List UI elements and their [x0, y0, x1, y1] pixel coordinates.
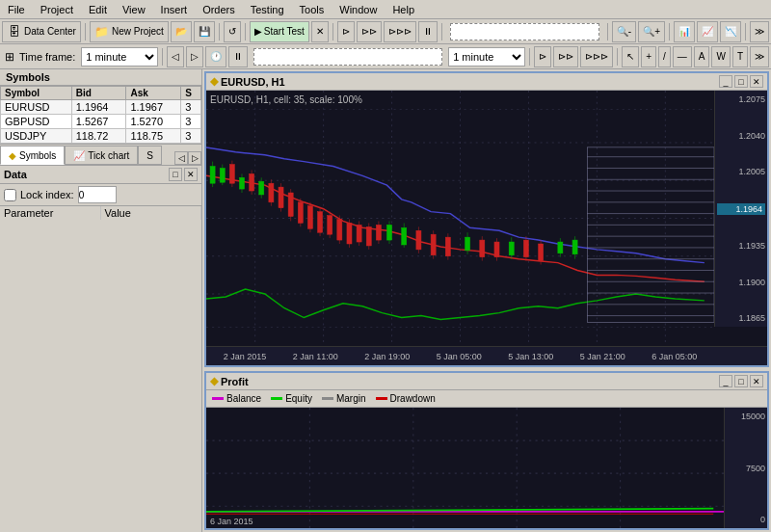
table-row[interactable]: EURUSD 1.1964 1.1967 3	[1, 100, 201, 115]
chart-main-title: ◆ EURUSD, H1	[210, 75, 285, 88]
cursor-btn[interactable]: ↖	[622, 46, 639, 67]
T-btn[interactable]: T	[732, 46, 748, 67]
W-btn[interactable]: W	[711, 46, 730, 67]
menu-file[interactable]: File	[0, 2, 33, 17]
profit-title-icon: ◆	[210, 375, 218, 387]
chart-main-body[interactable]: EURUSD, H1, cell: 35, scale: 100%	[206, 91, 767, 346]
chart-main-window: ◆ EURUSD, H1 _ □ ✕ EURUSD, H1, cell: 35,…	[204, 71, 769, 367]
more-btn2[interactable]: ≫	[750, 46, 769, 67]
chart-info-text: EURUSD, H1, cell: 35, scale: 100%	[210, 94, 362, 105]
margin-color	[322, 397, 333, 400]
btn-zoom-in[interactable]: 🔍+	[638, 21, 665, 42]
timeframe-select2[interactable]: 1 minute	[448, 47, 525, 66]
tab-symbols[interactable]: ◆ Symbols	[0, 146, 65, 165]
cell-symbol: USDJPY	[1, 129, 72, 144]
sep-tf2	[529, 48, 530, 66]
lock-checkbox[interactable]	[4, 189, 16, 201]
cell-s: 3	[181, 100, 201, 115]
table-row[interactable]: USDJPY 118.72 118.75 3	[1, 129, 201, 144]
profit-body[interactable]: 15000 7500 0 6 Jan 2015	[206, 408, 767, 528]
btn-clock[interactable]: 🕐	[205, 46, 226, 67]
chart-minimize-btn[interactable]: _	[719, 75, 732, 88]
chart-restore-btn[interactable]: □	[734, 75, 748, 88]
btn-pause2[interactable]: ⏸	[228, 46, 248, 67]
chart-title-icon: ◆	[210, 75, 218, 88]
btn-pause[interactable]: ⏸	[418, 21, 438, 42]
line-btn[interactable]: /	[658, 46, 671, 67]
refresh-button[interactable]: ↺	[224, 21, 241, 42]
btn-zoom-out[interactable]: 🔍-	[612, 21, 636, 42]
cell-bid: 118.72	[71, 129, 126, 144]
symbols-tab-icon: ◆	[9, 150, 16, 161]
cross-btn[interactable]: +	[641, 46, 656, 67]
btn-r1[interactable]: ⊳	[337, 21, 355, 42]
profit-window-btns: _ □ ✕	[719, 375, 763, 387]
data-close-btn[interactable]: ✕	[184, 168, 198, 181]
nav-back[interactable]: ◁	[167, 46, 184, 67]
speed-slider2[interactable]	[253, 48, 442, 66]
text-btn[interactable]: A	[694, 46, 710, 67]
time-1: 2 Jan 2015	[224, 352, 267, 361]
menu-project[interactable]: Project	[33, 2, 81, 17]
sep1	[85, 23, 86, 40]
time-5: 5 Jan 13:00	[508, 352, 553, 361]
current-price: 1.1964	[717, 203, 765, 215]
cell-s: 3	[181, 129, 201, 144]
symbols-panel: Symbols Symbol Bid Ask S EURUSD 1.1964 1…	[0, 69, 201, 144]
menu-tools[interactable]: Tools	[292, 2, 332, 17]
btn-nav3[interactable]: ⊳⊳⊳	[580, 46, 613, 67]
profit-close-btn[interactable]: ✕	[750, 375, 763, 387]
table-row[interactable]: GBPUSD 1.5267 1.5270 3	[1, 115, 201, 129]
col-s: S	[181, 87, 201, 100]
menu-view[interactable]: View	[115, 2, 153, 17]
time-3: 2 Jan 19:00	[364, 352, 410, 361]
open-button[interactable]: 📂	[171, 21, 192, 42]
save-icon: 💾	[199, 26, 210, 37]
data-restore-btn[interactable]: □	[169, 168, 182, 181]
tab-tickchart[interactable]: 📈 Tick chart	[65, 146, 138, 165]
tab-scroll-right[interactable]: ▷	[188, 151, 201, 165]
menu-window[interactable]: Window	[332, 2, 385, 17]
data-panel-title: Data	[4, 169, 27, 180]
newproject-button[interactable]: 📁 New Project	[90, 21, 169, 42]
lock-label: Lock index:	[20, 189, 74, 200]
chart-main-titlebar: ◆ EURUSD, H1 _ □ ✕	[206, 73, 767, 91]
btn-nav2[interactable]: ⊳⊳	[553, 46, 578, 67]
menu-help[interactable]: Help	[385, 2, 422, 17]
nav-fwd[interactable]: ▷	[186, 46, 203, 67]
refresh-icon: ↺	[228, 26, 236, 37]
hline-btn[interactable]: —	[673, 46, 692, 67]
save-button[interactable]: 💾	[194, 21, 215, 42]
tab-bar: ◆ Symbols 📈 Tick chart S ◁ ▷	[0, 144, 201, 165]
menu-insert[interactable]: Insert	[153, 2, 196, 17]
menu-testing[interactable]: Testing	[243, 2, 292, 17]
lock-input[interactable]	[78, 186, 117, 203]
price-2: 1.2040	[717, 131, 765, 141]
cell-ask: 1.5270	[126, 115, 181, 129]
menu-edit[interactable]: Edit	[81, 2, 115, 17]
datacenter-button[interactable]: 🗄 Data Center	[2, 21, 81, 42]
btn-r3[interactable]: ⊳⊳⊳	[384, 21, 416, 42]
starttest-button[interactable]: ▶ Start Test	[250, 21, 309, 42]
profit-minimize-btn[interactable]: _	[719, 375, 732, 387]
lock-row: Lock index:	[0, 184, 201, 205]
tab-scroll-left[interactable]: ◁	[174, 151, 188, 165]
btn-r2[interactable]: ⊳⊳	[357, 21, 382, 42]
timeframe-icon: ⊞	[2, 49, 17, 65]
profit-price-2: 7500	[727, 464, 765, 473]
timeframe-select[interactable]: 1 minute 5 minutes 15 minutes 1 hour	[81, 47, 158, 66]
menu-orders[interactable]: Orders	[195, 2, 243, 17]
toolbar2: ⊞ Time frame: 1 minute 5 minutes 15 minu…	[0, 44, 771, 69]
btn-chart1[interactable]: 📊	[674, 21, 695, 42]
btn-chart3[interactable]: 📉	[720, 21, 741, 42]
profit-restore-btn[interactable]: □	[734, 375, 748, 387]
btn-nav1[interactable]: ⊳	[534, 46, 551, 67]
stoptest-button[interactable]: ✕	[311, 21, 329, 42]
legend-balance: Balance	[212, 393, 261, 404]
time-4: 5 Jan 05:00	[437, 352, 482, 361]
speed-slider[interactable]	[450, 23, 599, 40]
btn-more[interactable]: ≫	[750, 21, 769, 42]
tab-s[interactable]: S	[138, 146, 162, 165]
btn-chart2[interactable]: 📈	[697, 21, 718, 42]
chart-close-btn[interactable]: ✕	[750, 75, 763, 88]
